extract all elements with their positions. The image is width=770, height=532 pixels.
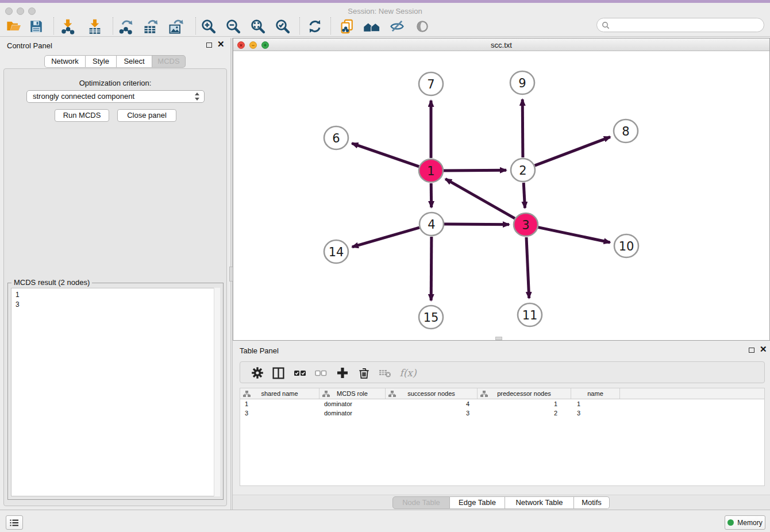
search-input[interactable] (610, 20, 764, 31)
zoom-out-button[interactable] (224, 17, 242, 36)
select-all-button[interactable] (291, 364, 309, 382)
render-detail-button[interactable] (413, 17, 432, 36)
tab-motifs[interactable]: Motifs (574, 496, 610, 509)
delete-column-button[interactable] (355, 364, 373, 382)
import-network-button[interactable] (59, 17, 77, 36)
tab-style[interactable]: Style (86, 55, 117, 68)
network-canvas[interactable]: 1234678910111415 (233, 51, 769, 340)
zoom-in-button[interactable] (199, 17, 218, 36)
cell-successor[interactable]: 4 (386, 399, 478, 408)
node-11[interactable]: 11 (518, 303, 542, 326)
criterion-value: strongly connected component (33, 92, 134, 101)
edge-2-3[interactable] (523, 183, 525, 208)
toggle-graphics-button[interactable] (388, 17, 406, 36)
export-image-icon (168, 18, 184, 34)
close-table-panel-button[interactable]: ✕ (760, 345, 767, 353)
function-builder-button[interactable]: f(x) (399, 364, 417, 382)
table-settings-button[interactable] (248, 364, 267, 382)
tab-network[interactable]: Network (44, 55, 86, 68)
cell-predecessor[interactable]: 1 (478, 399, 571, 408)
run-mcds-button[interactable]: Run MCDS (55, 109, 109, 122)
cell-shared-name[interactable]: 3 (240, 408, 319, 418)
first-neighbors-button[interactable] (363, 17, 381, 36)
open-session-button[interactable] (5, 17, 23, 36)
export-network-button[interactable] (117, 17, 135, 36)
node-9[interactable]: 9 (510, 71, 534, 94)
tab-edge-table[interactable]: Edge Table (450, 496, 505, 509)
clone-network-button[interactable] (338, 17, 356, 36)
tab-node-table[interactable]: Node Table (392, 496, 450, 509)
memory-button[interactable]: Memory (725, 515, 765, 530)
export-image-button[interactable] (167, 17, 185, 36)
add-column-button[interactable] (333, 364, 352, 382)
column-header-predecessor-nodes[interactable]: predecessor nodes (478, 388, 571, 399)
edge-3-1[interactable] (445, 179, 515, 218)
edge-3-11[interactable] (526, 237, 529, 298)
attribute-type-icon (322, 391, 330, 398)
cell-predecessor[interactable]: 2 (478, 408, 571, 418)
cell-mcds-role[interactable]: dominator (319, 408, 386, 418)
memory-label: Memory (737, 519, 762, 527)
zoom-fit-button[interactable] (249, 17, 267, 36)
tab-network-table[interactable]: Network Table (505, 496, 574, 509)
canvas-resize-grip[interactable] (495, 337, 502, 340)
columns-icon (272, 367, 285, 380)
edge-4-14[interactable] (352, 228, 419, 247)
node-1[interactable]: 1 (419, 159, 443, 182)
zoom-selected-button[interactable] (274, 17, 292, 36)
import-table-button[interactable] (86, 17, 104, 36)
column-header-name[interactable]: name (571, 388, 620, 399)
close-panel-button[interactable]: ✕ (217, 40, 225, 48)
close-panel-button2[interactable]: Close panel (117, 109, 176, 122)
node-2[interactable]: 2 (511, 159, 535, 182)
criterion-dropdown[interactable]: strongly connected component (26, 90, 205, 103)
edge-2-8[interactable] (535, 137, 610, 165)
task-history-button[interactable] (6, 515, 23, 530)
node-4[interactable]: 4 (419, 213, 444, 236)
edge-4-15[interactable] (431, 237, 432, 300)
table-panel: Table Panel ✕ (233, 343, 770, 510)
node-6[interactable]: 6 (324, 126, 348, 149)
unselect-all-button[interactable] (311, 364, 330, 382)
svg-text:1: 1 (427, 164, 434, 178)
node-8[interactable]: 8 (614, 119, 638, 142)
delete-table-button[interactable] (376, 364, 394, 382)
node-3[interactable]: 3 (514, 213, 538, 236)
delete-table-icon (378, 366, 392, 380)
close-icon: ✕ (217, 39, 225, 49)
column-header-mcds-role[interactable]: MCDS role (319, 388, 386, 399)
edge-4-3[interactable] (444, 224, 509, 225)
table-row[interactable]: 1 dominator 4 1 1 (240, 399, 764, 408)
edge-1-6[interactable] (352, 144, 419, 167)
float-table-panel-button[interactable] (749, 346, 754, 354)
export-table-button[interactable] (141, 17, 160, 36)
cell-shared-name[interactable]: 1 (240, 399, 319, 408)
table-row[interactable]: 3 dominator 3 2 3 (240, 408, 764, 418)
column-header-shared-name[interactable]: shared name (240, 388, 319, 399)
node-7[interactable]: 7 (419, 72, 443, 95)
show-column-panel-button[interactable] (269, 364, 287, 382)
cell-name[interactable]: 1 (571, 399, 620, 408)
save-session-button[interactable] (27, 17, 45, 36)
tab-select[interactable]: Select (117, 55, 152, 68)
edge-1-4[interactable] (431, 183, 432, 207)
cell-name[interactable]: 3 (571, 408, 620, 418)
float-panel-button[interactable] (206, 41, 212, 49)
svg-text:2: 2 (519, 164, 526, 178)
node-table: shared name MCDS role successor nodes pr… (240, 388, 765, 486)
node-10[interactable]: 10 (614, 234, 638, 257)
node-15[interactable]: 15 (419, 306, 443, 329)
cell-mcds-role[interactable]: dominator (319, 399, 386, 408)
node-14[interactable]: 14 (324, 240, 348, 263)
network-graph[interactable]: 1234678910111415 (233, 51, 769, 340)
edge-1-2[interactable] (444, 170, 506, 171)
edge-3-10[interactable] (538, 228, 610, 242)
column-header-successor-nodes[interactable]: successor nodes (386, 388, 478, 399)
refresh-button[interactable] (306, 17, 324, 36)
main-titlebar: Session: New Session (0, 3, 770, 15)
mcds-result-text[interactable]: 1 3 (11, 288, 220, 496)
tab-mcds[interactable]: MCDS (152, 55, 186, 68)
edge-2-9[interactable] (522, 99, 523, 157)
cell-successor[interactable]: 3 (386, 408, 478, 418)
result-scrollbar[interactable] (214, 288, 220, 496)
